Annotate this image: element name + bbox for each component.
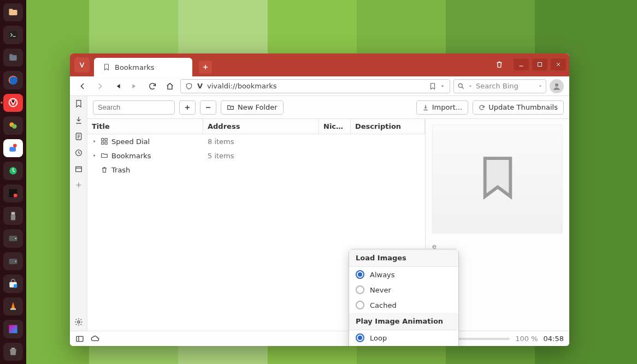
window-maximize-button[interactable] — [532, 58, 547, 70]
popup-option[interactable]: Cached — [349, 297, 458, 313]
popup-option-label: Never — [370, 286, 391, 294]
nav-home-button[interactable] — [163, 80, 177, 93]
panel-history-icon[interactable] — [74, 148, 83, 157]
profile-avatar-button[interactable] — [550, 79, 564, 93]
dock-app-files2[interactable] — [3, 49, 23, 67]
svg-rect-23 — [10, 309, 16, 311]
closed-tabs-trash-icon[interactable] — [492, 57, 507, 72]
panel-toggle-icon[interactable] — [75, 335, 84, 343]
col-nickname[interactable]: Nic… — [319, 119, 351, 134]
table-row[interactable]: Bookmarks5 items — [87, 148, 425, 163]
nav-reload-button[interactable] — [145, 80, 160, 93]
window-close-button[interactable] — [551, 58, 566, 70]
address-bar: V vivaldi://bookmarks Search Bing — [70, 76, 569, 96]
expand-chevron-icon[interactable] — [92, 153, 97, 158]
dock-app-misc3[interactable] — [3, 184, 23, 202]
bm-add-button[interactable] — [179, 100, 196, 115]
svg-rect-1 — [9, 9, 13, 10]
expand-chevron-icon[interactable] — [92, 139, 97, 144]
bookmarks-manager: New Folder Import... Update Thumbnails — [87, 96, 569, 331]
sync-status-icon[interactable] — [91, 335, 99, 343]
panel-add-icon[interactable] — [75, 181, 82, 189]
popup-option[interactable]: Never — [349, 345, 458, 346]
svg-point-28 — [555, 83, 558, 86]
import-label: Import... — [432, 103, 463, 111]
nav-rewind-button[interactable] — [110, 80, 125, 93]
svg-rect-26 — [538, 63, 542, 67]
radio-icon[interactable] — [356, 301, 364, 309]
col-address[interactable]: Address — [203, 119, 319, 134]
shield-icon — [185, 82, 193, 90]
update-thumbnails-button[interactable]: Update Thumbnails — [473, 100, 564, 115]
dock-app-vlc[interactable] — [3, 297, 23, 315]
dock-app-files[interactable] — [3, 3, 23, 21]
search-dropdown-icon[interactable] — [468, 84, 473, 88]
dock-app-disk2[interactable] — [3, 252, 23, 270]
bookmark-thumbnail — [432, 124, 563, 234]
popup-option-label: Cached — [370, 301, 397, 309]
download-icon — [422, 104, 429, 111]
row-address: 5 items — [208, 152, 234, 160]
dock-app-firefox[interactable] — [3, 71, 23, 89]
folder-plus-icon — [227, 104, 234, 111]
svg-rect-10 — [9, 147, 16, 152]
col-title[interactable]: Title — [87, 119, 203, 134]
radio-icon[interactable] — [356, 333, 364, 342]
row-icon — [101, 166, 108, 174]
dock-app-vivaldi[interactable] — [3, 94, 23, 112]
import-button[interactable]: Import... — [416, 100, 469, 115]
panel-window-icon[interactable] — [74, 165, 83, 174]
dock-app-gradient[interactable] — [3, 320, 23, 338]
panel-bookmarks-icon[interactable] — [74, 99, 83, 108]
svg-point-9 — [12, 124, 16, 128]
dock-app-store[interactable] — [3, 275, 23, 293]
dock-app-disk1[interactable] — [3, 229, 23, 247]
panel-settings-icon[interactable] — [74, 318, 83, 326]
svg-point-18 — [15, 238, 17, 240]
table-row[interactable]: Speed Dial8 items — [87, 134, 425, 148]
search-placeholder: Search Bing — [476, 82, 518, 90]
clock-label[interactable]: 04:58 — [544, 335, 564, 343]
search-engine-field[interactable]: Search Bing — [453, 79, 546, 93]
nav-fastforward-button[interactable] — [128, 80, 142, 93]
vivaldi-badge-icon: V — [197, 82, 203, 90]
bookmark-page-icon[interactable] — [429, 82, 437, 90]
url-field[interactable]: V vivaldi://bookmarks — [180, 79, 450, 93]
radio-icon[interactable] — [356, 270, 364, 279]
bm-remove-button[interactable] — [200, 100, 216, 115]
new-tab-button[interactable] — [199, 61, 212, 74]
new-folder-button[interactable]: New Folder — [221, 100, 284, 115]
popup-section-title: Play Image Animation — [349, 313, 458, 330]
table-row[interactable]: Trash — [87, 163, 425, 177]
tab-bookmarks[interactable]: Bookmarks — [94, 58, 192, 76]
tab-label: Bookmarks — [115, 63, 155, 71]
popup-option[interactable]: Loop — [349, 330, 458, 345]
content-area: New Folder Import... Update Thumbnails — [70, 96, 569, 331]
bm-search-field[interactable] — [93, 100, 175, 115]
nav-back-button[interactable] — [75, 80, 90, 93]
popup-option-label: Loop — [370, 334, 387, 342]
panel-downloads-icon[interactable] — [74, 116, 83, 124]
vivaldi-menu-button[interactable] — [74, 57, 90, 73]
dock-app-terminal[interactable] — [3, 26, 23, 44]
zoom-level-label: 100 % — [515, 335, 538, 343]
dock-app-usb[interactable] — [3, 207, 23, 225]
row-title: Trash — [111, 166, 130, 174]
row-icon — [101, 138, 108, 145]
popup-option[interactable]: Never — [349, 282, 458, 297]
dock-app-misc2[interactable] — [3, 139, 23, 157]
dock-trash[interactable] — [3, 343, 23, 361]
bm-search-input[interactable] — [93, 100, 175, 115]
nav-forward-button[interactable] — [93, 80, 107, 93]
address-dropdown-icon[interactable] — [440, 83, 445, 89]
popup-option[interactable]: Always — [349, 267, 458, 282]
panel-notes-icon[interactable] — [74, 132, 83, 141]
col-description[interactable]: Description — [351, 119, 425, 134]
bookmark-icon — [103, 63, 110, 71]
window-minimize-button[interactable] — [514, 58, 529, 70]
radio-icon[interactable] — [356, 285, 364, 294]
bm-toolbar: New Folder Import... Update Thumbnails — [87, 96, 569, 119]
dock-app-misc1[interactable] — [3, 116, 23, 134]
dock-app-settings[interactable] — [3, 162, 23, 180]
search-tail-dropdown-icon[interactable] — [538, 84, 542, 88]
